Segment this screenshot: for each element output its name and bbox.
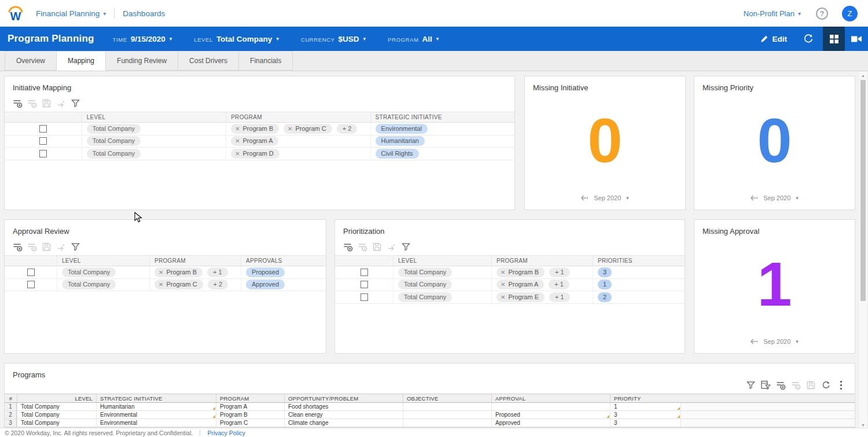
edit-button[interactable]: Edit (760, 35, 788, 43)
program-chip[interactable]: ✕Program A (496, 280, 544, 289)
level-chip[interactable]: Total Company (87, 124, 141, 134)
tab-cost-drivers[interactable]: Cost Drivers (178, 51, 239, 71)
sheet-cell[interactable]: Proposed (491, 411, 610, 418)
scroll-up-arrow[interactable]: ▲ (859, 72, 867, 79)
filter-level[interactable]: LEVELTotal Company▾ (194, 35, 279, 43)
filter-currency[interactable]: CURRENCY$USD▾ (301, 35, 366, 43)
sheet-cell[interactable]: 1 (610, 403, 681, 410)
filter-sheet-icon[interactable] (760, 380, 771, 390)
presentation-icon[interactable] (845, 27, 868, 51)
privacy-policy-link[interactable]: Privacy Policy (207, 429, 245, 436)
filter-icon[interactable] (745, 380, 756, 390)
sheet-cell[interactable]: Environmental (96, 419, 216, 427)
workday-logo-icon[interactable]: W (6, 4, 25, 23)
add-row-icon[interactable] (343, 241, 353, 252)
program-chip[interactable]: ✕Program E (496, 292, 545, 302)
priority-chip[interactable]: 3 (598, 267, 612, 277)
more-programs-chip[interactable]: + 1 (549, 292, 570, 302)
tab-mapping[interactable]: Mapping (57, 51, 106, 71)
level-chip[interactable]: Total Company (398, 292, 452, 302)
level-chip[interactable]: Total Company (62, 267, 116, 277)
more-programs-chip[interactable]: + 2 (208, 280, 229, 289)
sheet-cell[interactable]: 3 (610, 411, 681, 418)
sheet-cell[interactable]: Program B (216, 411, 284, 418)
sheet-cell[interactable] (403, 403, 491, 410)
priority-chip[interactable]: 2 (598, 292, 612, 302)
level-chip[interactable]: Total Company (398, 280, 452, 289)
sheet-cell[interactable] (491, 403, 610, 410)
product-menu[interactable]: Financial Planning (36, 9, 100, 18)
filter-icon[interactable] (70, 241, 80, 252)
remove-chip-icon[interactable]: ✕ (159, 281, 163, 288)
program-chip[interactable]: ✕Program B (231, 124, 279, 134)
filter-icon[interactable] (400, 241, 411, 252)
sheet-cell[interactable]: Environmental (96, 411, 216, 418)
refresh-icon[interactable] (800, 27, 817, 51)
sheet-cell[interactable]: Program C (216, 419, 284, 427)
scrollbar-thumb[interactable] (860, 80, 866, 301)
sheet-cell[interactable]: Total Company (17, 403, 96, 410)
row-checkbox[interactable] (361, 269, 368, 276)
more-programs-chip[interactable]: + 2 (337, 124, 358, 134)
value-chip[interactable]: Civil Rights (376, 149, 419, 159)
avatar[interactable]: Z (842, 6, 858, 21)
row-checkbox[interactable] (39, 150, 47, 157)
row-checkbox[interactable] (361, 293, 368, 301)
sheet-cell[interactable] (403, 411, 491, 418)
remove-chip-icon[interactable]: ✕ (501, 269, 505, 276)
vertical-scrollbar[interactable]: ▲ ▼ (859, 72, 867, 428)
program-chip[interactable]: ✕Program D (231, 149, 279, 159)
program-chip[interactable]: ✕Program B (155, 267, 203, 277)
remove-chip-icon[interactable]: ✕ (501, 281, 505, 288)
level-chip[interactable]: Total Company (398, 267, 452, 277)
priority-chip[interactable]: 1 (598, 280, 612, 289)
sheet-cell[interactable] (403, 419, 491, 427)
row-checkbox[interactable] (361, 281, 368, 288)
remove-chip-icon[interactable]: ✕ (501, 293, 505, 301)
remove-chip-icon[interactable]: ✕ (159, 269, 163, 276)
more-programs-chip[interactable]: + 1 (207, 267, 228, 277)
filter-time[interactable]: TIME9/15/2020▾ (113, 35, 172, 43)
value-chip[interactable]: Approved (246, 280, 285, 289)
row-checkbox[interactable] (27, 269, 35, 276)
period-selector[interactable]: Sep 2020 ▾ (694, 194, 855, 210)
value-chip[interactable]: Humanitarian (376, 136, 425, 146)
chevron-down-icon[interactable]: ▾ (103, 10, 106, 17)
remove-chip-icon[interactable]: ✕ (235, 150, 240, 157)
level-chip[interactable]: Total Company (87, 149, 141, 159)
more-programs-chip[interactable]: + 1 (549, 267, 570, 277)
program-chip[interactable]: ✕Program B (496, 267, 545, 277)
tab-funding-review[interactable]: Funding Review (106, 51, 178, 71)
refresh-icon[interactable] (820, 380, 832, 390)
sheet-cell[interactable]: Food shortages (284, 403, 403, 410)
tab-financials[interactable]: Financials (239, 51, 293, 71)
sheet-cell[interactable]: 3 (610, 419, 681, 427)
row-checkbox[interactable] (27, 281, 35, 288)
sheet-cell[interactable]: Total Company (17, 411, 96, 418)
sheet-cell[interactable]: Program A (216, 403, 284, 410)
level-chip[interactable]: Total Company (87, 136, 141, 146)
period-selector[interactable]: Sep 2020 ▾ (525, 194, 685, 210)
nav-dashboards[interactable]: Dashboards (123, 9, 165, 18)
sheet-cell[interactable]: Humanitarian (96, 403, 216, 410)
sheet-cell[interactable]: Total Company (17, 419, 96, 427)
period-selector[interactable]: Sep 2020 ▾ (694, 338, 855, 353)
add-row-icon[interactable] (12, 241, 23, 252)
sheet-cell[interactable]: Climate change (284, 419, 403, 427)
row-checkbox[interactable] (39, 137, 47, 145)
remove-chip-icon[interactable]: ✕ (235, 125, 240, 133)
filter-icon[interactable] (70, 98, 80, 108)
value-chip[interactable]: Proposed (246, 267, 285, 277)
sheet-cell[interactable]: Clean energy (284, 411, 403, 418)
kebab-icon[interactable] (835, 380, 847, 390)
program-chip[interactable]: ✕Program A (231, 136, 278, 146)
sheet-cell[interactable]: Approved (491, 419, 610, 427)
program-chip[interactable]: ✕Program C (155, 280, 203, 289)
help-icon[interactable]: ? (816, 8, 828, 20)
tab-overview[interactable]: Overview (5, 51, 57, 71)
remove-chip-icon[interactable]: ✕ (288, 125, 292, 133)
level-chip[interactable]: Total Company (62, 280, 116, 289)
row-checkbox[interactable] (39, 125, 47, 133)
add-row-icon[interactable] (775, 380, 786, 390)
more-programs-chip[interactable]: + 1 (549, 280, 569, 289)
